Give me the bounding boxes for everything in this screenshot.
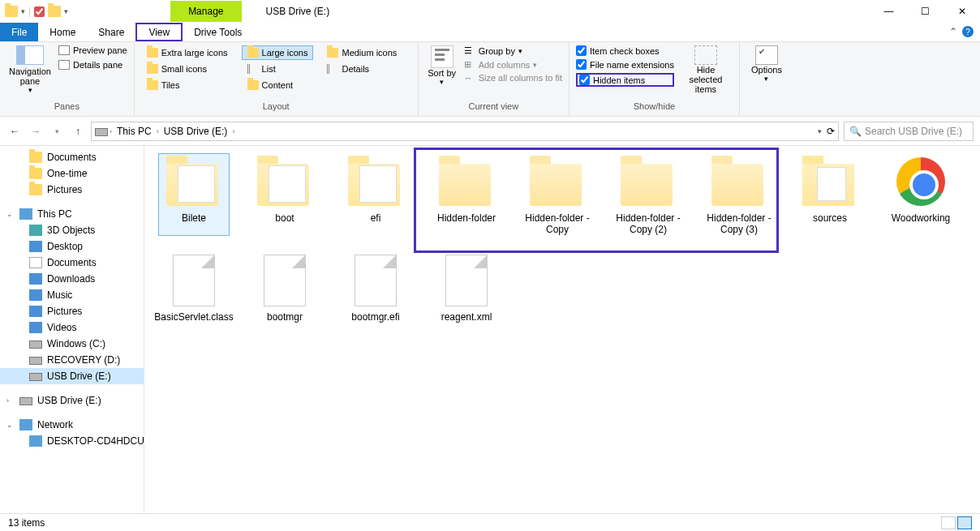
- tab-view[interactable]: View: [135, 23, 183, 41]
- crumb-drive[interactable]: USB Drive (E:): [161, 124, 231, 139]
- refresh-button[interactable]: ⟳: [827, 126, 835, 137]
- qat-dropdown[interactable]: ▾: [21, 7, 25, 15]
- tree-one-time[interactable]: One-time: [0, 165, 144, 182]
- ribbon-group-panes: Navigation pane ▾ Preview pane Details p…: [0, 42, 135, 116]
- tree-documents[interactable]: Documents: [0, 149, 144, 165]
- address-bar-row: ← → ▾ ↑ › This PC › USB Drive (E:) › ▾ ⟳…: [0, 117, 980, 146]
- layout-medium[interactable]: Medium icons: [321, 45, 402, 60]
- forward-button[interactable]: →: [28, 123, 44, 139]
- qat-checkbox[interactable]: [34, 6, 45, 17]
- file-item[interactable]: Bilete: [159, 154, 229, 235]
- file-item-label: reagent.xml: [441, 311, 492, 323]
- layout-details[interactable]: Details: [321, 62, 402, 76]
- minimize-button[interactable]: —: [870, 0, 907, 23]
- drive-chevron[interactable]: ›: [232, 127, 234, 135]
- recent-locations[interactable]: ▾: [49, 123, 65, 139]
- file-item-label: Hidden-folder - Copy: [522, 212, 592, 235]
- tree-videos[interactable]: Videos: [0, 319, 144, 336]
- item-check-boxes[interactable]: Item check boxes: [576, 45, 674, 56]
- explorer-icon: [5, 5, 18, 18]
- sort-by-button[interactable]: Sort by ▾: [425, 45, 459, 86]
- manage-contextual-tab[interactable]: Manage: [170, 1, 241, 22]
- tree-downloads[interactable]: Downloads: [0, 271, 144, 287]
- qat-folder-icon[interactable]: [48, 5, 61, 18]
- group-by-button[interactable]: ☰Group by ▾: [464, 45, 562, 56]
- hidden-folder-icon: [439, 154, 494, 209]
- file-item[interactable]: Hidden-folder: [432, 154, 501, 235]
- file-item[interactable]: Woodworking: [886, 154, 956, 235]
- file-item[interactable]: efi: [341, 154, 410, 235]
- options-button[interactable]: Options ▾: [746, 45, 787, 83]
- tree-desktop[interactable]: Desktop: [0, 238, 144, 255]
- tree-documents2[interactable]: Documents: [0, 255, 144, 271]
- layout-tiles[interactable]: Tiles: [141, 78, 234, 92]
- ribbon-group-options: Options ▾: [740, 42, 793, 116]
- file-item[interactable]: sources: [795, 154, 865, 235]
- file-item[interactable]: reagent.xml: [432, 253, 501, 323]
- tab-share[interactable]: Share: [87, 23, 135, 41]
- file-list[interactable]: BiletebootefiHidden-folderHidden-folder …: [144, 146, 980, 516]
- tree-network[interactable]: ⌄Network: [0, 417, 144, 433]
- layout-list[interactable]: List: [242, 62, 314, 76]
- file-item[interactable]: bootmgr.efi: [341, 253, 410, 323]
- details-pane-button[interactable]: Details pane: [58, 60, 127, 70]
- file-item-label: BasicServlet.class: [154, 311, 233, 323]
- file-name-extensions[interactable]: File name extensions: [576, 59, 674, 70]
- file-icon: [348, 253, 403, 308]
- tree-desktop-cd[interactable]: DESKTOP-CD4HDCU: [0, 433, 144, 449]
- file-item[interactable]: BasicServlet.class: [159, 253, 229, 323]
- layout-extra-large[interactable]: Extra large icons: [141, 45, 234, 60]
- tree-music[interactable]: Music: [0, 287, 144, 303]
- tab-home[interactable]: Home: [38, 23, 87, 41]
- title-bar: ▾ | ▾ Manage USB Drive (E:) — ☐ ✕: [0, 0, 980, 23]
- address-bar[interactable]: › This PC › USB Drive (E:) › ▾ ⟳: [91, 122, 839, 141]
- large-icons-view-button[interactable]: [957, 516, 972, 529]
- address-dropdown[interactable]: ▾: [818, 127, 822, 135]
- tree-c-drive[interactable]: Windows (C:): [0, 336, 144, 352]
- maximize-button[interactable]: ☐: [907, 0, 943, 23]
- tree-pictures[interactable]: Pictures: [0, 182, 144, 198]
- up-button[interactable]: ↑: [70, 123, 86, 139]
- navigation-pane-button[interactable]: Navigation pane ▾: [6, 45, 54, 94]
- search-box[interactable]: 🔍 Search USB Drive (E:): [844, 122, 974, 141]
- close-button[interactable]: ✕: [943, 0, 980, 23]
- file-item-label: boot: [275, 212, 294, 224]
- ribbon-tabs: File Home Share View Drive Tools ⌃ ?: [0, 23, 980, 42]
- file-item[interactable]: bootmgr: [250, 253, 320, 323]
- panes-label: Panes: [6, 101, 127, 113]
- file-item[interactable]: Hidden-folder - Copy (2): [613, 154, 683, 235]
- tree-e-drive[interactable]: USB Drive (E:): [0, 368, 144, 384]
- status-bar: 13 items: [0, 513, 980, 531]
- tree-pictures2[interactable]: Pictures: [0, 303, 144, 319]
- details-view-button[interactable]: [941, 516, 956, 529]
- layout-large[interactable]: Large icons: [242, 45, 314, 60]
- this-pc-chevron[interactable]: ›: [157, 127, 159, 135]
- help-icon[interactable]: ?: [962, 26, 974, 37]
- preview-pane-button[interactable]: Preview pane: [58, 45, 127, 55]
- tree-d-drive[interactable]: RECOVERY (D:): [0, 352, 144, 368]
- file-item[interactable]: boot: [250, 154, 320, 235]
- add-columns-button[interactable]: ⊞Add columns ▾: [464, 59, 562, 70]
- crumb-this-pc[interactable]: This PC: [114, 124, 155, 139]
- tab-file[interactable]: File: [0, 23, 38, 41]
- tab-drive-tools[interactable]: Drive Tools: [183, 23, 253, 41]
- hidden-items-checkbox[interactable]: Hidden items: [576, 73, 674, 87]
- root-chevron[interactable]: ›: [110, 127, 112, 135]
- layout-small[interactable]: Small icons: [141, 62, 234, 76]
- size-columns-button[interactable]: ↔Size all columns to fit: [464, 73, 562, 83]
- tree-e-drive-root[interactable]: ›USB Drive (E:): [0, 392, 144, 409]
- file-icon: [439, 253, 494, 308]
- tree-this-pc[interactable]: ⌄This PC: [0, 206, 144, 222]
- file-item[interactable]: Hidden-folder - Copy: [522, 154, 592, 235]
- item-count: 13 items: [8, 517, 45, 529]
- ribbon: Navigation pane ▾ Preview pane Details p…: [0, 42, 980, 117]
- navigation-tree: Documents One-time Pictures ⌄This PC 3D …: [0, 146, 144, 516]
- back-button[interactable]: ←: [6, 123, 23, 139]
- qat-overflow[interactable]: ▾: [64, 7, 68, 15]
- file-item[interactable]: Hidden-folder - Copy (3): [704, 154, 774, 235]
- ribbon-collapse-icon[interactable]: ⌃: [949, 26, 957, 38]
- hide-selected-button[interactable]: Hide selected items: [679, 45, 733, 94]
- layout-content[interactable]: Content: [242, 78, 314, 92]
- tree-3d-objects[interactable]: 3D Objects: [0, 222, 144, 238]
- file-item-label: Hidden-folder - Copy (3): [704, 212, 774, 235]
